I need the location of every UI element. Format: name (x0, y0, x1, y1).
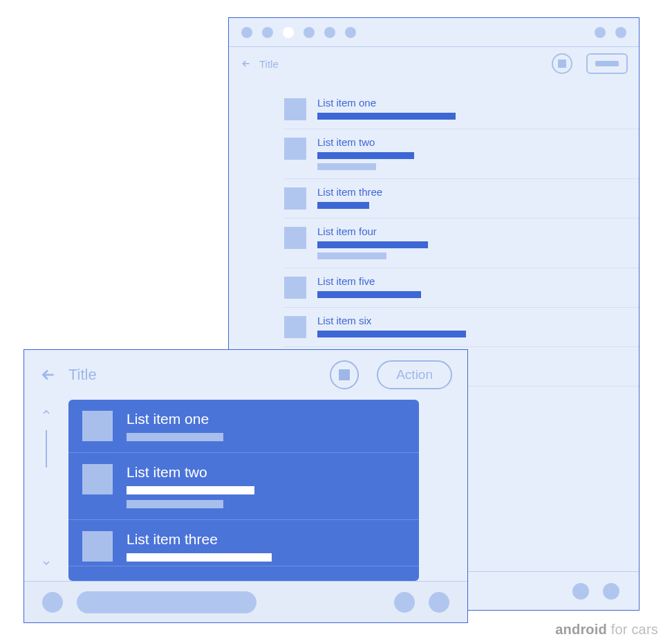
list-item-label: List item one (127, 411, 405, 427)
placeholder-bar-icon (127, 486, 254, 494)
list-thumbnail-icon (284, 277, 306, 299)
back-header: Title (229, 47, 639, 80)
list-thumbnail-icon (284, 316, 306, 338)
placeholder-bar-secondary-icon (127, 433, 223, 441)
list-item-label: List item four (317, 225, 625, 237)
placeholder-bar-icon (317, 291, 421, 298)
tab-dot-icon[interactable] (304, 27, 315, 38)
bottombar-pill-icon[interactable] (77, 591, 256, 613)
back-arrow-icon[interactable] (39, 366, 57, 384)
back-tabbar (229, 18, 639, 47)
tab-dot-icon[interactable] (345, 27, 356, 38)
list-item-body: List item three (317, 186, 625, 209)
tab-dots-left (241, 27, 356, 38)
placeholder-bar-secondary-icon (127, 500, 223, 508)
list-thumbnail-icon (82, 464, 113, 494)
front-bottombar (24, 581, 467, 622)
back-arrow-icon[interactable] (240, 57, 252, 70)
watermark-rest: for cars (607, 622, 658, 637)
list-item[interactable]: List item two (284, 129, 639, 179)
list-item[interactable]: List item three (284, 179, 639, 219)
front-window-frame: Title Action List item one (24, 349, 468, 623)
tab-dot-icon[interactable] (324, 27, 335, 38)
page-title: Title (259, 58, 545, 70)
list-item-body: List item one (317, 97, 625, 120)
placeholder-bar-icon (317, 113, 456, 120)
front-header: Title Action (24, 350, 467, 400)
header-stop-icon-button[interactable] (552, 53, 572, 74)
tab-dot-active-icon[interactable] (283, 27, 294, 38)
list-item-body: List item four (317, 225, 625, 259)
list-thumbnail-icon (82, 531, 113, 562)
tab-dot-icon[interactable] (595, 27, 606, 38)
placeholder-bar-icon (317, 241, 428, 248)
list-item-body: List item two (127, 464, 405, 508)
list-thumbnail-icon (284, 98, 306, 120)
bottombar-dot-icon[interactable] (394, 592, 415, 613)
placeholder-bar-secondary-icon (317, 252, 386, 259)
chevron-down-icon[interactable] (41, 557, 52, 571)
list-item-label: List item three (127, 531, 405, 548)
list-item-body: List item two (317, 136, 625, 170)
front-list: List item one List item two List item th… (68, 400, 419, 581)
list-thumbnail-icon (82, 411, 113, 441)
tab-dot-icon[interactable] (615, 27, 626, 38)
tab-dots-right (595, 27, 626, 38)
action-button-label: Action (396, 367, 433, 382)
list-item-label: List item one (317, 97, 625, 109)
header-stop-icon-button[interactable] (330, 360, 359, 389)
list-item-body: List item three (127, 531, 405, 562)
list-item-body: List item six (317, 315, 625, 337)
action-placeholder-icon (595, 61, 619, 66)
placeholder-bar-icon (127, 553, 272, 562)
list-item[interactable]: List item three (68, 520, 419, 566)
bottombar-dot-icon[interactable] (429, 592, 449, 613)
bottombar-dot-icon[interactable] (603, 583, 619, 600)
list-item[interactable]: List item one (284, 90, 639, 129)
tab-dot-icon[interactable] (241, 27, 252, 38)
page-title: Title (68, 366, 319, 384)
list-item-label: List item three (317, 186, 625, 198)
placeholder-bar-icon (317, 331, 466, 337)
list-item-body: List item five (317, 275, 625, 298)
list-thumbnail-icon (284, 138, 306, 160)
scroll-track-icon[interactable] (46, 430, 47, 467)
list-item[interactable]: List item five (284, 268, 639, 308)
watermark-bold: android (555, 622, 607, 637)
stop-icon (558, 59, 566, 68)
placeholder-bar-secondary-icon (317, 163, 376, 170)
bottombar-dot-icon[interactable] (42, 592, 63, 613)
list-item-body: List item one (127, 411, 405, 441)
list-item-label: List item two (317, 136, 625, 148)
header-action-button[interactable] (586, 53, 628, 74)
header-action-button[interactable]: Action (377, 360, 452, 389)
placeholder-bar-icon (317, 202, 369, 209)
stop-icon (339, 369, 350, 380)
tab-dot-icon[interactable] (262, 27, 273, 38)
chevron-up-icon[interactable] (41, 407, 52, 420)
placeholder-bar-icon (317, 152, 414, 159)
list-item-label: List item six (317, 315, 625, 326)
bottombar-dot-icon[interactable] (572, 583, 589, 600)
list-thumbnail-icon (284, 227, 306, 249)
list-item[interactable]: List item four (284, 219, 639, 268)
list-thumbnail-icon (284, 187, 306, 210)
list-item[interactable]: List item two (68, 453, 419, 520)
scroll-indicator (24, 400, 68, 581)
watermark: android for cars (555, 622, 658, 638)
list-item-label: List item five (317, 275, 625, 287)
list-item[interactable]: List item six (284, 308, 639, 347)
front-body: List item one List item two List item th… (24, 400, 467, 581)
list-item-label: List item two (127, 464, 405, 481)
list-item[interactable]: List item one (68, 400, 419, 453)
